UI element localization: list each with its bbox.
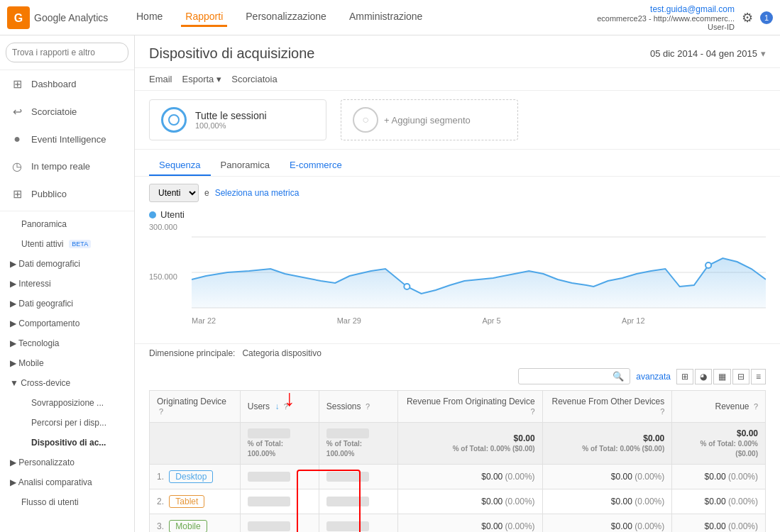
sidebar-sub-utenti-attivi[interactable]: Utenti attivi BETA [0, 234, 134, 254]
date-range-selector[interactable]: 05 dic 2014 - 04 gen 2015 ▾ [650, 48, 766, 59]
shortcut-button[interactable]: Scorciatoia [231, 74, 277, 84]
x-label-mar29: Mar 29 [337, 316, 361, 325]
tab-panoramica[interactable]: Panoramica [211, 155, 280, 176]
row2-rev-other: $0.00 (0.00%) [542, 489, 672, 514]
row2-device: 2. Tablet [150, 489, 241, 514]
top-navigation: G Google Analytics Home Rapporti Persona… [0, 0, 780, 35]
sidebar-sub-flusso[interactable]: Flusso di utenti [0, 492, 134, 512]
x-label-mar22: Mar 22 [192, 316, 216, 325]
segments-bar: Tutte le sessioni 100,00% ○ + Aggiungi s… [135, 91, 780, 150]
list-view-button[interactable]: ≡ [751, 369, 766, 384]
desktop-label[interactable]: Desktop [169, 470, 213, 483]
sidebar-sub-geografici[interactable]: ▶ Dati geografici [0, 294, 134, 314]
svg-point-6 [404, 284, 410, 289]
sort-icon-users[interactable]: ↓ [275, 401, 279, 411]
export-button[interactable]: Esporta ▾ [182, 74, 222, 84]
sidebar-sub-interessi[interactable]: ▶ Interessi [0, 274, 134, 294]
col-header-revenue: Revenue ? [672, 391, 766, 423]
beta-badge: BETA [69, 240, 91, 248]
user-account: ecommerce23 - http://www.ecommerc... [597, 14, 735, 23]
help-icon-device[interactable]: ? [159, 407, 163, 416]
main-nav: Home Rapporti Personalizzazione Amminist… [125, 8, 597, 27]
sidebar-sub-comparativa[interactable]: ▶ Analisi comparativa [0, 472, 134, 492]
sidebar-item-pubblico[interactable]: ⊞ Pubblico [0, 180, 134, 208]
table-row: 3. Mobile $0.00 (0.00%) [150, 514, 766, 533]
table-row: 1. Desktop $0.00 (0.00%) [150, 465, 766, 489]
row1-users [240, 465, 319, 489]
settings-icon[interactable]: ⚙ [742, 10, 753, 26]
legend-dot [149, 211, 156, 218]
totals-rev-other-sub: % of Total: 0.00% ($0.00) [582, 445, 664, 453]
sidebar-sub-mobile[interactable]: ▶ Mobile [0, 353, 134, 373]
sidebar-label-scorciatoie: Scorciatoie [31, 106, 77, 117]
nav-rapporti[interactable]: Rapporti [181, 8, 227, 27]
grid-view-button[interactable]: ⊞ [676, 369, 693, 384]
advanced-link[interactable]: avanzata [636, 372, 671, 382]
row2-users [240, 489, 319, 514]
search-input[interactable] [6, 43, 128, 62]
tab-sequenza[interactable]: Sequenza [149, 155, 211, 176]
sidebar-sub-tecnologia[interactable]: ▶ Tecnologia [0, 333, 134, 353]
line-chart [192, 223, 766, 315]
sidebar-item-eventi[interactable]: ● Eventi Intelligence [0, 126, 134, 153]
row3-rank: 3. [157, 521, 164, 531]
select-metric-link[interactable]: Seleziona una metrica [215, 188, 300, 198]
page-header: Dispositivo di acquisizione 05 dic 2014 … [135, 35, 780, 68]
row1-rev-orig: $0.00 (0.00%) [397, 465, 542, 489]
notification-badge[interactable]: 1 [760, 11, 773, 24]
sidebar-sub-dispositivo[interactable]: Dispositivo di ac... [0, 433, 134, 453]
add-segment-icon: ○ [353, 107, 378, 133]
row3-sessions-val [326, 521, 369, 531]
nav-right-area: test.guida@gmail.com ecommerce23 - http:… [597, 4, 773, 31]
sidebar-label-pubblico: Pubblico [31, 189, 67, 199]
totals-revenue-other: $0.00 % of Total: 0.00% ($0.00) [542, 423, 672, 465]
metric-select[interactable]: Utenti [149, 184, 199, 202]
sidebar-sub-comportamento[interactable]: ▶ Comportamento [0, 314, 134, 333]
search-icon: 🔍 [613, 371, 624, 382]
add-segment-button[interactable]: ○ + Aggiungi segmento [341, 99, 518, 140]
page-title: Dispositivo di acquisizione [149, 45, 314, 62]
tablet-label[interactable]: Tablet [169, 495, 204, 508]
nav-personalizzazione[interactable]: Personalizzazione [241, 8, 331, 27]
help-icon-rev-other[interactable]: ? [660, 407, 664, 416]
chart-controls: Utenti e Seleziona una metrica [135, 177, 780, 209]
google-analytics-logo: G [7, 6, 30, 29]
sidebar-item-dashboard[interactable]: ⊞ Dashboard [0, 70, 134, 98]
mobile-label[interactable]: Mobile [169, 520, 207, 532]
row1-rank: 1. [157, 472, 164, 482]
sidebar-sub-panoramica[interactable]: Panoramica [0, 214, 134, 234]
nav-home[interactable]: Home [132, 8, 167, 27]
help-icon-sessions[interactable]: ? [366, 402, 370, 411]
chart-area: 300.000 150.000 [135, 223, 780, 343]
tab-ecommerce[interactable]: E-commerce [280, 155, 352, 176]
totals-users: % of Total: 100.00% [240, 423, 319, 465]
active-segment[interactable]: Tutte le sessioni 100,00% [149, 99, 326, 140]
help-icon-rev-orig[interactable]: ? [531, 407, 535, 416]
row3-users [240, 514, 319, 533]
email-button[interactable]: Email [149, 74, 172, 84]
sidebar-item-realtime[interactable]: ◷ In tempo reale [0, 153, 134, 180]
row3-sessions [319, 514, 397, 533]
sidebar-sub-cross-device[interactable]: ▼ Cross-device [0, 373, 134, 393]
totals-sessions: % of Total: 100.00% [319, 423, 397, 465]
nav-amministrazione[interactable]: Amministrazione [345, 8, 427, 27]
sidebar-search-area[interactable] [0, 35, 134, 70]
row1-revenue: $0.00 (0.00%) [672, 465, 766, 489]
bar-view-button[interactable]: ▦ [713, 369, 731, 384]
sidebar-sub-sovrapposizione[interactable]: Sovrapposizione ... [0, 393, 134, 413]
segment-circle-icon [161, 107, 187, 133]
sidebar-sub-demografici[interactable]: ▶ Dati demografici [0, 254, 134, 274]
x-label-apr12: Apr 12 [622, 316, 644, 325]
y-label-mid: 150.000 [149, 272, 188, 281]
row3-revenue: $0.00 (0.00%) [672, 514, 766, 533]
table-row: 2. Tablet $0.00 (0.00%) [150, 489, 766, 514]
sidebar-item-scorciatoie[interactable]: ↩ Scorciatoie [0, 98, 134, 126]
search-box[interactable]: 🔍 [518, 368, 630, 384]
pie-view-button[interactable]: ◕ [695, 369, 712, 384]
sidebar-sub-percorsi[interactable]: Percorsi per i disp... [0, 413, 134, 433]
sidebar-sub-personalizzato[interactable]: ▶ Personalizzato [0, 453, 134, 472]
table-search-input[interactable] [524, 372, 610, 382]
help-icon-rev[interactable]: ? [754, 402, 758, 411]
row1-rev-other: $0.00 (0.00%) [542, 465, 672, 489]
pivot-view-button[interactable]: ⊟ [732, 369, 749, 384]
